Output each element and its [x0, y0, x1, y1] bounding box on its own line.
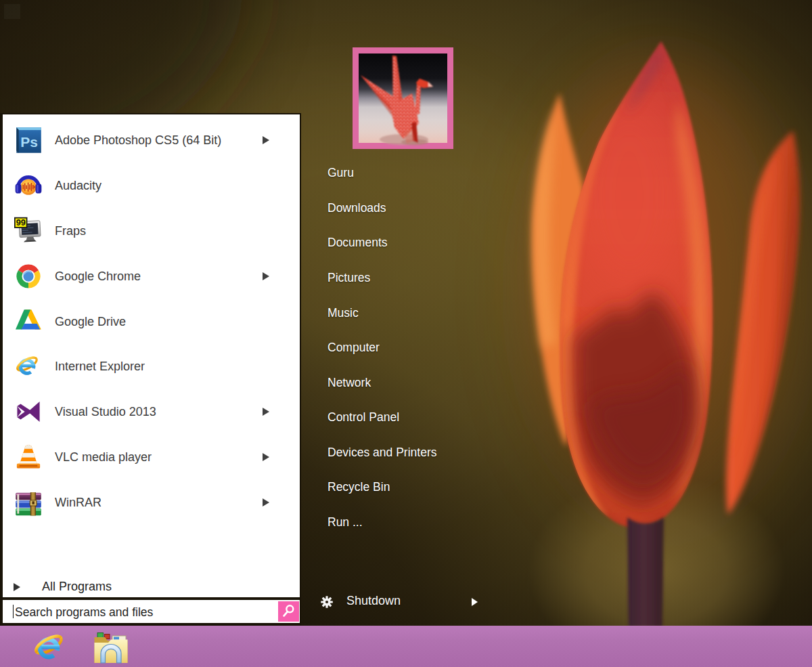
svg-text:99: 99	[16, 217, 26, 228]
svg-text:Ps: Ps	[20, 134, 38, 150]
